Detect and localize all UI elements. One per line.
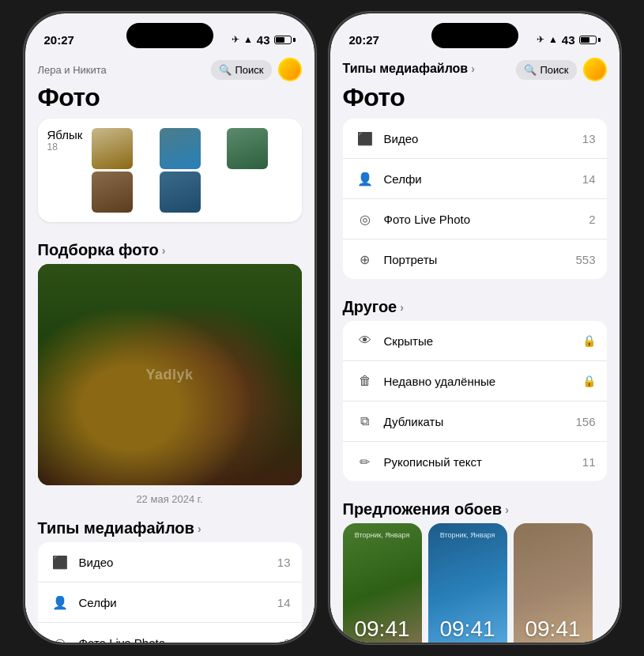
album-item: Яблык 18	[47, 128, 292, 213]
photo-people	[38, 264, 302, 485]
selfie-icon-right: 👤	[354, 168, 376, 190]
status-time-left: 20:27	[44, 33, 74, 47]
video-count-right: 13	[582, 132, 596, 145]
handwriting-count: 11	[582, 455, 596, 469]
wifi-icon: ▲	[243, 34, 253, 45]
wallpapers-chevron: ›	[505, 503, 509, 516]
avatar-right[interactable]	[583, 58, 607, 81]
other-header[interactable]: Другое ›	[330, 292, 620, 321]
thumb-4	[92, 172, 133, 213]
livephoto-label-left: Фото Live Photo	[79, 636, 277, 643]
battery-icon-right	[579, 36, 601, 44]
list-item-recently-deleted[interactable]: 🗑 Недавно удалённые 🔒	[343, 361, 607, 402]
phone-right: 20:27 ✈ ▲ 43 Типы медиафайлов ›	[329, 12, 621, 644]
list-item-video-right[interactable]: ⬛ Видео 13	[343, 119, 607, 159]
search-icon-right: 🔍	[524, 64, 537, 76]
wallpaper-label-2: Вторник, Января	[428, 531, 507, 539]
lock-icon-hidden: 🔒	[582, 334, 596, 347]
search-icon-left: 🔍	[219, 64, 232, 76]
hidden-icon: 👁	[354, 330, 376, 352]
wallpaper-section: Вторник, Января 09:41 Вторник, Января 09…	[343, 523, 607, 643]
media-types-top-chevron: ›	[471, 62, 475, 75]
list-item-livephoto-left[interactable]: ◎ Фото Live Photo 2	[38, 623, 302, 643]
wallpaper-time-1: 09:41	[343, 616, 422, 642]
wallpaper-card-1[interactable]: Вторник, Января 09:41	[343, 523, 422, 643]
list-item-hidden[interactable]: 👁 Скрытые 🔒	[343, 321, 607, 361]
album-name: Яблык	[47, 128, 83, 141]
album-card-left[interactable]: Яблык 18	[38, 119, 302, 222]
portrait-icon-right: ⊕	[354, 248, 376, 270]
wallpaper-card-2[interactable]: Вторник, Января 09:41	[428, 523, 507, 643]
thumb-3	[227, 128, 268, 169]
video-label-right: Видео	[384, 132, 574, 145]
status-icons-left: ✈ ▲ 43	[232, 33, 296, 47]
dynamic-island-left	[126, 23, 213, 48]
airplane-icon: ✈	[232, 34, 239, 45]
featured-chevron: ›	[162, 244, 166, 257]
portrait-count-right: 553	[575, 253, 595, 266]
wallpapers-title: Предложения обоев	[343, 500, 503, 518]
video-icon-right: ⬛	[354, 127, 376, 149]
duplicates-count: 156	[575, 415, 595, 428]
recently-deleted-label: Недавно удалённые	[384, 375, 574, 388]
list-item-video-left[interactable]: ⬛ Видео 13	[38, 542, 302, 582]
app-title-left: Фото	[38, 83, 302, 112]
handwriting-icon: ✏	[354, 451, 376, 473]
selfie-count-right: 14	[582, 172, 596, 186]
header-right: 🔍 Поиск	[211, 58, 301, 81]
list-item-handwriting[interactable]: ✏ Рукописный текст 11	[343, 442, 607, 481]
battery-level-right: 43	[562, 33, 575, 47]
featured-header[interactable]: Подборка фото ›	[25, 235, 314, 264]
portrait-label-right: Портреты	[384, 253, 568, 266]
media-types-chevron-left: ›	[198, 522, 201, 535]
photo-showcase[interactable]: Yadlyk	[38, 264, 302, 485]
header-subtitle: Лера и Никита	[38, 64, 107, 76]
wallpaper-card-3[interactable]: 09:41	[514, 523, 593, 643]
list-item-selfie-right[interactable]: 👤 Селфи 14	[343, 159, 607, 199]
trash-icon: 🗑	[354, 370, 376, 392]
header-top-left: Лера и Никита 🔍 Поиск	[38, 58, 302, 81]
other-chevron: ›	[400, 301, 404, 314]
search-label-right: Поиск	[540, 64, 568, 76]
screen-right: 20:27 ✈ ▲ 43 Типы медиафайлов ›	[330, 13, 620, 643]
wallpaper-time-3: 09:41	[514, 616, 593, 642]
media-types-title-left: Типы медиафайлов	[38, 519, 194, 537]
status-time-right: 20:27	[349, 33, 379, 47]
media-types-list-right: ⬛ Видео 13 👤 Селфи 14 ◎ Фото Live Photo …	[343, 119, 607, 279]
media-types-top-label: Типы медиафайлов	[343, 62, 469, 76]
selfie-icon-left: 👤	[49, 591, 71, 613]
list-item-duplicates[interactable]: ⧉ Дубликаты 156	[343, 402, 607, 442]
avatar-left[interactable]	[278, 58, 302, 81]
duplicates-label: Дубликаты	[384, 415, 568, 428]
screen-content-left[interactable]: Лера и Никита 🔍 Поиск Фото Яблык	[25, 55, 314, 643]
livephoto-icon-right: ◎	[354, 208, 376, 230]
livephoto-count-right: 2	[589, 213, 595, 226]
media-types-top-right[interactable]: Типы медиафайлов ›	[343, 62, 475, 76]
search-button-left[interactable]: 🔍 Поиск	[211, 60, 271, 80]
list-item-selfie-left[interactable]: 👤 Селфи 14	[38, 582, 302, 623]
wifi-icon-right: ▲	[548, 34, 558, 45]
app-header-right: Типы медиафайлов › 🔍 Поиск Фото	[330, 55, 620, 119]
list-item-livephoto-right[interactable]: ◎ Фото Live Photo 2	[343, 199, 607, 239]
header-top-right: Типы медиафайлов › 🔍 Поиск	[343, 58, 607, 81]
screen-left: 20:27 ✈ ▲ 43 Лера и Никита 🔍	[25, 13, 314, 643]
livephoto-icon-left: ◎	[49, 631, 71, 643]
livephoto-count-left: 2	[284, 636, 290, 643]
wallpaper-time-2: 09:41	[428, 616, 507, 642]
wallpapers-header[interactable]: Предложения обоев ›	[330, 494, 620, 523]
header-right-right: 🔍 Поиск	[516, 58, 606, 81]
video-icon-left: ⬛	[49, 551, 71, 573]
search-button-right[interactable]: 🔍 Поиск	[516, 60, 576, 80]
battery-icon-left	[274, 36, 296, 44]
status-icons-right: ✈ ▲ 43	[537, 33, 601, 47]
screen-content-right[interactable]: Типы медиафайлов › 🔍 Поиск Фото	[330, 55, 620, 643]
photo-main: Yadlyk	[38, 264, 302, 485]
thumb-2	[160, 128, 201, 169]
wallpaper-label-1: Вторник, Января	[343, 531, 422, 539]
list-item-portrait-right[interactable]: ⊕ Портреты 553	[343, 239, 607, 279]
photo-date: 22 мая 2024 г.	[25, 488, 314, 513]
livephoto-label-right: Фото Live Photo	[384, 213, 582, 226]
app-title-right: Фото	[343, 83, 607, 112]
media-types-list-left: ⬛ Видео 13 👤 Селфи 14 ◎ Фото Live Photo …	[38, 542, 302, 643]
media-types-header-left[interactable]: Типы медиафайлов ›	[25, 513, 314, 542]
